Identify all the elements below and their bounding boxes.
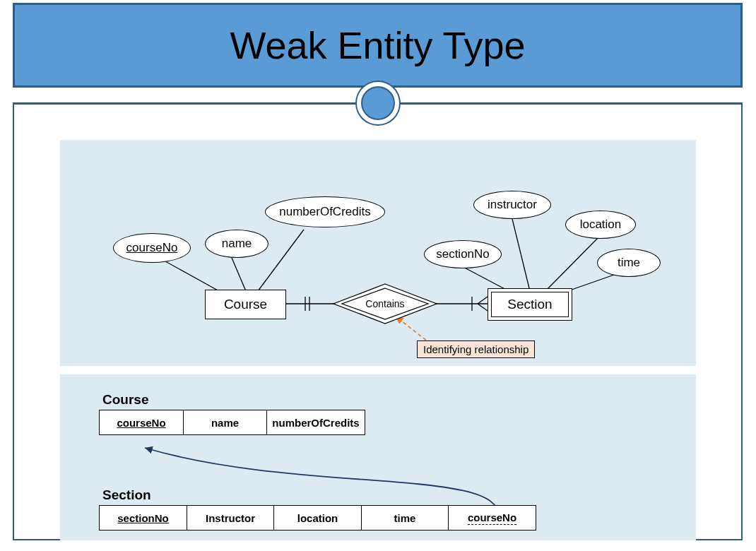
attribute-numberOfCredits: numberOfCredits — [265, 196, 385, 227]
table-cell: time — [361, 505, 449, 531]
callout-identifying-relationship: Identifying relationship — [417, 340, 535, 358]
cell-text: location — [297, 512, 338, 524]
schema-title-section: Section — [102, 487, 151, 503]
attribute-courseNo: courseNo — [113, 233, 191, 263]
attribute-label: time — [618, 256, 640, 270]
attribute-location: location — [565, 211, 636, 239]
schema-table-section: sectionNo Instructor location time cours… — [99, 505, 536, 531]
cell-text: courseNo — [117, 417, 165, 429]
entity-course: Course — [205, 290, 286, 319]
cell-text: sectionNo — [117, 512, 169, 524]
attribute-label: location — [580, 218, 622, 232]
table-cell: courseNo — [99, 410, 184, 435]
attribute-time: time — [597, 249, 661, 277]
cell-text: courseNo — [468, 511, 516, 525]
title-banner: Weak Entity Type — [13, 3, 743, 88]
attribute-label: instructor — [488, 198, 537, 212]
schema-table-course: courseNo name numberOfCredits — [99, 410, 365, 435]
cell-text: name — [211, 417, 239, 429]
schema-title-course: Course — [102, 392, 148, 408]
cell-text: numberOfCredits — [272, 417, 359, 429]
attribute-label: courseNo — [126, 241, 178, 255]
entity-section-weak: Section — [488, 288, 572, 321]
relationship-contains: Contains — [332, 283, 438, 325]
table-cell: courseNo — [448, 505, 536, 531]
decorative-circle — [357, 82, 399, 124]
table-cell: sectionNo — [99, 505, 187, 531]
callout-text: Identifying relationship — [423, 343, 528, 355]
attribute-instructor: instructor — [473, 191, 551, 219]
entity-label: Section — [507, 297, 552, 312]
attribute-sectionNo: sectionNo — [424, 240, 502, 268]
attribute-label: sectionNo — [436, 247, 490, 261]
table-cell: name — [183, 410, 268, 435]
cell-text: Instructor — [206, 512, 255, 524]
attribute-label: name — [222, 237, 252, 251]
attribute-label: numberOfCredits — [279, 205, 370, 219]
cell-text: time — [394, 512, 416, 524]
attribute-name: name — [205, 230, 268, 258]
table-cell: numberOfCredits — [266, 410, 365, 435]
page-title: Weak Entity Type — [230, 23, 525, 67]
relationship-label: Contains — [365, 298, 404, 309]
entity-label: Course — [224, 297, 267, 312]
table-cell: location — [273, 505, 362, 531]
table-cell: Instructor — [187, 505, 275, 531]
